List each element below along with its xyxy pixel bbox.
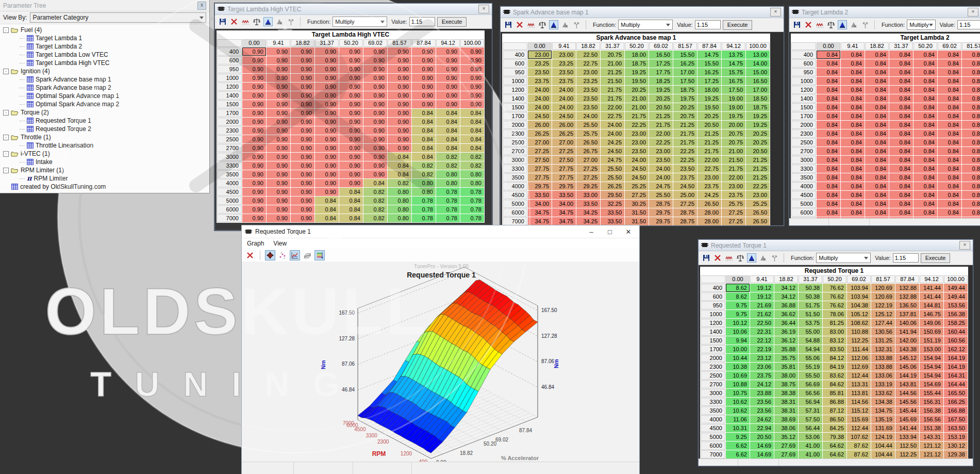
table-cell[interactable]: 31.50 bbox=[625, 208, 649, 217]
row-header[interactable]: 1000 bbox=[791, 77, 816, 85]
table-cell[interactable]: 0.84 bbox=[913, 86, 937, 94]
table-cell[interactable]: 22.19 bbox=[750, 345, 774, 353]
tree-node[interactable]: -Ignition (4) bbox=[2, 67, 209, 75]
table-cell[interactable]: 0.90 bbox=[291, 56, 314, 64]
row-header[interactable]: 3000 bbox=[217, 153, 242, 161]
table-cell[interactable]: 8.62 bbox=[726, 284, 750, 292]
table-cell[interactable]: 17.50 bbox=[722, 86, 745, 94]
table-cell[interactable]: 19.50 bbox=[697, 103, 721, 111]
close-icon[interactable]: × bbox=[770, 8, 781, 17]
row-header[interactable]: 1200 bbox=[503, 86, 527, 94]
table-cell[interactable]: 141.44 bbox=[920, 292, 943, 301]
table-cell[interactable]: 0.90 bbox=[291, 179, 314, 187]
table-cell[interactable]: 0.84 bbox=[817, 86, 840, 94]
table-cell[interactable]: 76.62 bbox=[823, 292, 846, 301]
table-cell[interactable]: 0.84 bbox=[913, 51, 937, 59]
table-cell[interactable]: 22.00 bbox=[697, 156, 721, 164]
table-cell[interactable]: 0.90 bbox=[242, 135, 266, 143]
table-cell[interactable]: 13.00 bbox=[746, 51, 770, 59]
table-cell[interactable]: 27.25 bbox=[552, 147, 576, 155]
table-cell[interactable]: 22.00 bbox=[601, 103, 624, 111]
table-cell[interactable]: 16.75 bbox=[722, 77, 745, 85]
table-cell[interactable]: 23.88 bbox=[750, 389, 774, 397]
table-cell[interactable]: 0.90 bbox=[460, 91, 484, 100]
table-cell[interactable]: 24.50 bbox=[673, 182, 697, 190]
table-cell[interactable]: 145.56 bbox=[895, 398, 919, 406]
graph-window-titlebar[interactable]: Requested Torque 1 – □ ✕ bbox=[242, 225, 639, 238]
table-cell[interactable]: 20.25 bbox=[746, 138, 770, 146]
table-cell[interactable]: 0.90 bbox=[242, 144, 266, 152]
table-cell[interactable]: 0.84 bbox=[938, 173, 961, 182]
table-cell[interactable]: 24.00 bbox=[649, 165, 673, 173]
table-cell[interactable]: 0.80 bbox=[436, 170, 460, 178]
table-cell[interactable]: 0.82 bbox=[388, 179, 411, 187]
table-cell[interactable]: 0.84 bbox=[913, 165, 937, 173]
table-cell[interactable]: 0.84 bbox=[962, 208, 980, 217]
table-cell[interactable]: 20.25 bbox=[697, 112, 721, 120]
table-cell[interactable]: 151.19 bbox=[920, 336, 943, 345]
table-cell[interactable]: 0.84 bbox=[962, 103, 980, 111]
row-header[interactable]: 400 bbox=[701, 284, 725, 292]
table-cell[interactable]: 21.75 bbox=[601, 86, 624, 94]
table-cell[interactable]: 19.12 bbox=[750, 284, 774, 292]
table-cell[interactable]: 76.62 bbox=[823, 301, 846, 309]
table-cell[interactable]: 105.12 bbox=[847, 310, 871, 318]
table-cell[interactable]: 23.50 bbox=[552, 68, 576, 76]
view-surface-icon[interactable] bbox=[549, 20, 558, 29]
table-cell[interactable]: 22.25 bbox=[625, 121, 649, 129]
table-cell[interactable]: 24.00 bbox=[625, 156, 649, 164]
table-cell[interactable]: 0.84 bbox=[817, 51, 840, 59]
table-cell[interactable]: 0.90 bbox=[363, 153, 387, 161]
table-cell[interactable]: 113.81 bbox=[847, 389, 871, 397]
table-cell[interactable]: 156.38 bbox=[944, 310, 968, 318]
table-cell[interactable]: 146.75 bbox=[920, 310, 943, 318]
table-cell[interactable]: 124.19 bbox=[871, 433, 895, 441]
window-titlebar[interactable]: Target Lambda 2× bbox=[789, 7, 980, 18]
row-header[interactable]: 1200 bbox=[791, 86, 816, 94]
window-titlebar[interactable]: Target Lambda High VTEC× bbox=[215, 4, 492, 15]
table-cell[interactable]: 142.00 bbox=[895, 336, 919, 345]
table-cell[interactable]: 0.84 bbox=[865, 200, 889, 208]
column-header[interactable]: 31.37 bbox=[799, 275, 822, 283]
table-cell[interactable]: 28.75 bbox=[649, 200, 673, 208]
table-cell[interactable]: 22.12 bbox=[750, 336, 774, 345]
table-cell[interactable]: 144.19 bbox=[895, 371, 919, 380]
table-cell[interactable]: 0.90 bbox=[267, 74, 290, 82]
row-header[interactable]: 5000 bbox=[791, 200, 816, 208]
table-cell[interactable]: 27.00 bbox=[528, 138, 552, 146]
table-cell[interactable]: 15.00 bbox=[746, 68, 770, 76]
table-cell[interactable]: 0.82 bbox=[412, 170, 436, 178]
save-icon[interactable] bbox=[218, 17, 227, 26]
table-cell[interactable]: 0.84 bbox=[841, 59, 865, 68]
table-cell[interactable]: 166.88 bbox=[944, 406, 968, 415]
table-cell[interactable]: 10.38 bbox=[726, 363, 750, 371]
table-cell[interactable]: 21.75 bbox=[601, 94, 624, 103]
table-cell[interactable]: 22.94 bbox=[750, 424, 774, 432]
table-cell[interactable]: 0.90 bbox=[267, 214, 290, 222]
table-cell[interactable]: 21.25 bbox=[746, 156, 770, 164]
table-cell[interactable]: 110.88 bbox=[847, 328, 871, 336]
table-cell[interactable]: 24.00 bbox=[528, 86, 552, 94]
table-cell[interactable]: 34.75 bbox=[528, 217, 552, 225]
table-cell[interactable]: 0.90 bbox=[388, 109, 411, 117]
table-cell[interactable]: 0.90 bbox=[460, 47, 484, 56]
row-header[interactable]: 1000 bbox=[503, 77, 527, 85]
table-cell[interactable]: 0.84 bbox=[889, 173, 913, 182]
table-cell[interactable]: 0.84 bbox=[817, 77, 840, 85]
table-cell[interactable]: 18.75 bbox=[746, 103, 770, 111]
pan-rotate-icon[interactable] bbox=[265, 250, 275, 260]
column-header[interactable]: 18.82 bbox=[291, 39, 314, 47]
table-cell[interactable]: 19.12 bbox=[750, 292, 774, 301]
row-header[interactable]: 1200 bbox=[217, 83, 242, 91]
table-cell[interactable]: 0.90 bbox=[339, 161, 363, 170]
delete-icon[interactable] bbox=[804, 20, 813, 29]
table-cell[interactable]: 0.84 bbox=[938, 86, 961, 94]
table-cell[interactable]: 0.84 bbox=[913, 138, 937, 146]
table-cell[interactable]: 112.44 bbox=[847, 424, 871, 432]
table-cell[interactable]: 9.94 bbox=[726, 336, 750, 345]
table-cell[interactable]: 0.90 bbox=[291, 205, 314, 214]
table-cell[interactable]: 0.90 bbox=[291, 144, 314, 152]
table-cell[interactable]: 0.90 bbox=[242, 91, 266, 100]
table-cell[interactable]: 136.50 bbox=[895, 301, 919, 309]
table-cell[interactable]: 0.90 bbox=[388, 135, 411, 143]
